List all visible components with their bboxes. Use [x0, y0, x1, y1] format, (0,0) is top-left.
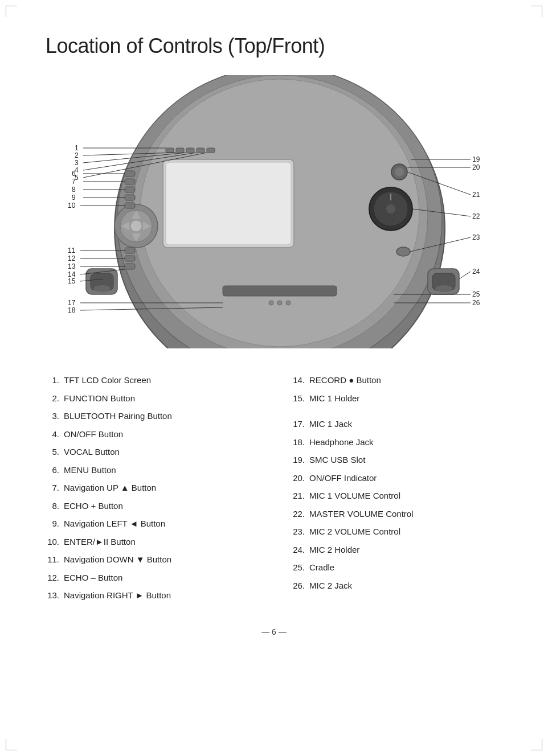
item-description: RECORD ● Button — [309, 373, 381, 388]
svg-text:3: 3 — [75, 159, 79, 167]
list-item: 18.Headphone Jack — [291, 433, 502, 451]
svg-point-28 — [386, 204, 395, 213]
item-description: Navigation LEFT ◄ Button — [64, 516, 165, 531]
list-item: 26.MIC 2 Jack — [291, 577, 502, 595]
page-title: Location of Controls (Top/Front) — [46, 34, 502, 58]
svg-rect-39 — [223, 286, 337, 296]
list-item: 14.RECORD ● Button — [291, 371, 502, 389]
item-number: 7. — [46, 480, 64, 495]
item-description: MASTER VOLUME Control — [309, 507, 414, 521]
item-description: ENTER/►II Button — [64, 535, 136, 549]
item-number: 18. — [291, 435, 309, 450]
item-number: 13. — [46, 588, 64, 603]
list-spacer — [291, 407, 502, 415]
item-description: MIC 1 VOLUME Control — [309, 488, 400, 503]
list-item: 17.MIC 1 Jack — [291, 415, 502, 433]
item-number: 1. — [46, 373, 64, 388]
item-description: ECHO + Button — [64, 499, 123, 513]
parts-list-right: 14.RECORD ● Button15.MIC 1 Holder17.MIC … — [291, 371, 502, 605]
item-description: Navigation UP ▲ Button — [64, 480, 156, 495]
svg-text:13: 13 — [68, 262, 76, 270]
svg-rect-25 — [125, 264, 135, 269]
list-item: 8.ECHO + Button — [46, 497, 257, 515]
svg-text:6: 6 — [72, 170, 76, 178]
list-item: 2.FUNCTION Button — [46, 389, 257, 408]
item-description: Headphone Jack — [309, 435, 374, 450]
svg-point-42 — [286, 301, 291, 305]
item-number: 15. — [291, 391, 309, 406]
list-item: 25.Cradle — [291, 558, 502, 577]
item-description: MENU Button — [64, 463, 116, 478]
item-number: 24. — [291, 543, 309, 557]
svg-rect-19 — [125, 179, 135, 184]
svg-text:7: 7 — [72, 178, 76, 186]
item-description: MIC 1 Holder — [309, 391, 359, 406]
list-item: 20.ON/OFF Indicator — [291, 469, 502, 487]
parts-list-left: 1.TFT LCD Color Screen2.FUNCTION Button3… — [46, 371, 257, 605]
svg-text:2: 2 — [75, 151, 79, 159]
list-item: 24.MIC 2 Holder — [291, 541, 502, 559]
svg-rect-21 — [125, 195, 135, 200]
list-item: 11.Navigation DOWN ▼ Button — [46, 550, 257, 569]
svg-point-38 — [435, 285, 452, 292]
list-item: 6.MENU Button — [46, 461, 257, 479]
list-item: 15.MIC 1 Holder — [291, 389, 502, 408]
item-number: 8. — [46, 499, 64, 513]
item-description: MIC 2 Holder — [309, 543, 359, 557]
svg-text:8: 8 — [72, 186, 76, 194]
svg-rect-47 — [207, 148, 215, 153]
svg-point-41 — [277, 301, 282, 305]
svg-text:11: 11 — [68, 246, 76, 254]
parts-list: 1.TFT LCD Color Screen2.FUNCTION Button3… — [46, 371, 502, 605]
svg-rect-10 — [166, 162, 291, 245]
item-number: 26. — [291, 578, 309, 593]
list-item: 1.TFT LCD Color Screen — [46, 371, 257, 389]
svg-text:9: 9 — [72, 194, 76, 202]
svg-text:26: 26 — [472, 299, 480, 307]
item-description: FUNCTION Button — [64, 391, 135, 406]
svg-text:20: 20 — [472, 163, 480, 171]
item-number: 5. — [46, 445, 64, 459]
item-number: 11. — [46, 552, 64, 567]
svg-rect-20 — [125, 187, 135, 192]
item-description: MIC 2 Jack — [309, 578, 352, 593]
list-item: 13.Navigation RIGHT ► Button — [46, 586, 257, 605]
list-item: 12.ECHO – Button — [46, 569, 257, 587]
svg-text:21: 21 — [472, 191, 480, 199]
svg-text:12: 12 — [68, 254, 76, 262]
list-item: 3.BLUETOOTH Pairing Button — [46, 407, 257, 425]
svg-rect-24 — [125, 256, 135, 261]
item-number: 23. — [291, 524, 309, 539]
svg-text:25: 25 — [472, 290, 480, 298]
svg-text:22: 22 — [472, 212, 480, 220]
item-description: ECHO – Button — [64, 570, 122, 585]
svg-point-40 — [269, 301, 273, 305]
svg-text:19: 19 — [472, 155, 480, 163]
item-description: MIC 1 Jack — [309, 417, 352, 432]
svg-rect-46 — [197, 148, 205, 153]
corner-mark-tl — [6, 6, 17, 17]
svg-point-17 — [130, 220, 142, 232]
item-number: 22. — [291, 507, 309, 521]
item-description: Cradle — [309, 560, 334, 575]
item-description: Navigation RIGHT ► Button — [64, 588, 171, 603]
list-item: 21.MIC 1 VOLUME Control — [291, 487, 502, 505]
item-number: 6. — [46, 463, 64, 478]
svg-text:10: 10 — [68, 202, 76, 209]
svg-line-92 — [459, 272, 471, 279]
item-number: 2. — [46, 391, 64, 406]
svg-text:23: 23 — [472, 233, 480, 241]
svg-rect-43 — [166, 148, 174, 153]
list-item: 7.Navigation UP ▲ Button — [46, 479, 257, 497]
item-description: SMC USB Slot — [309, 453, 365, 467]
item-description: VOCAL Button — [64, 445, 120, 459]
svg-rect-23 — [125, 248, 135, 253]
item-number: 20. — [291, 471, 309, 486]
item-description: MIC 2 VOLUME Control — [309, 524, 400, 539]
svg-point-31 — [395, 167, 404, 176]
corner-mark-br — [531, 739, 542, 750]
item-description: ON/OFF Indicator — [309, 471, 377, 486]
list-item: 5.VOCAL Button — [46, 443, 257, 461]
svg-rect-22 — [125, 203, 135, 208]
item-number: 25. — [291, 560, 309, 575]
